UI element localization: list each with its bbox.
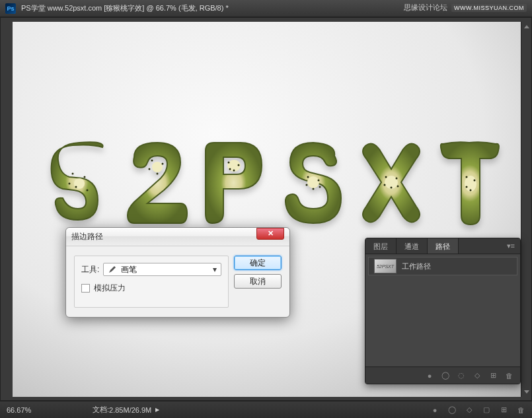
watermark: 思缘设计论坛 WWW.MISSYUAN.COM [404, 3, 527, 13]
svg-point-12 [228, 162, 230, 164]
path-item[interactable]: 52PSXT 工作路径 [368, 257, 517, 275]
tab-paths[interactable]: 路径 [428, 238, 459, 254]
svg-point-31 [470, 190, 472, 192]
panel-tabs: 图层 通道 路径 ▾≡ [365, 238, 520, 254]
tool-label: 工具: [81, 264, 99, 275]
svg-point-17 [307, 176, 309, 178]
svg-point-5 [69, 183, 71, 185]
svg-point-8 [162, 163, 164, 165]
status-bar: 66.67% 文档: 2.85M/26.9M ▶ ● ◯ ◇ ▢ ⊞ 🗑 [0, 401, 532, 418]
kiwi-letter-X [358, 137, 425, 230]
new-icon[interactable]: ⊞ [499, 405, 508, 415]
tool-value: 画笔 [121, 264, 137, 275]
dialog-titlebar[interactable]: 描边路径 ✕ [66, 228, 289, 246]
svg-point-20 [306, 184, 308, 186]
svg-point-16 [307, 176, 319, 188]
svg-point-7 [151, 160, 153, 162]
path-thumbnail: 52PSXT [374, 259, 397, 273]
sel-to-path-icon[interactable]: ◇ [473, 371, 482, 380]
kiwi-text-art [46, 137, 503, 230]
svg-point-4 [87, 190, 89, 192]
svg-point-23 [385, 176, 387, 178]
svg-point-9 [157, 173, 159, 175]
svg-point-18 [318, 180, 320, 182]
kiwi-letter-P [202, 137, 269, 230]
svg-point-3 [75, 186, 77, 188]
kiwi-letter-5 [46, 137, 113, 230]
stroke-path-icon[interactable]: ◯ [441, 371, 450, 380]
paths-panel: 图层 通道 路径 ▾≡ 52PSXT 工作路径 ● ◯ ◌ ◇ ⊞ 🗑 [365, 238, 521, 384]
svg-point-24 [396, 178, 398, 180]
ok-button[interactable]: 确定 [234, 256, 282, 270]
svg-point-19 [313, 188, 315, 190]
svg-point-25 [391, 187, 393, 189]
dialog-close-button[interactable]: ✕ [256, 228, 284, 240]
svg-point-21 [319, 186, 321, 188]
path-item-label: 工作路径 [402, 261, 431, 271]
ring-icon[interactable]: ◯ [447, 405, 457, 415]
app-titlebar: Ps PS学堂 www.52psxt.com [猕猴桃字效] @ 66.7% (… [0, 0, 532, 17]
fill-circle-icon[interactable]: ● [430, 405, 439, 415]
brush-icon [108, 265, 117, 274]
simulate-pressure-label: 模拟压力 [94, 283, 126, 294]
svg-point-13 [238, 164, 240, 166]
svg-point-15 [229, 168, 231, 170]
document-title: PS学堂 www.52psxt.com [猕猴桃字效] @ 66.7% (毛发,… [21, 3, 229, 13]
svg-point-1 [72, 173, 74, 175]
svg-point-29 [466, 176, 468, 178]
delete-path-icon[interactable]: 🗑 [504, 371, 513, 380]
vertical-scrollbar[interactable] [521, 22, 531, 397]
square-icon[interactable]: ▢ [482, 405, 491, 415]
path-to-sel-icon[interactable]: ◌ [457, 371, 466, 380]
doc-info-arrow-icon[interactable]: ▶ [155, 407, 159, 413]
panel-footer: ● ◯ ◌ ◇ ⊞ 🗑 [365, 366, 520, 384]
stroke-path-dialog: 描边路径 ✕ 工具: 画笔 模拟压力 确定 取消 [65, 227, 290, 318]
svg-point-32 [466, 186, 468, 188]
zoom-level[interactable]: 66.67% [7, 406, 66, 414]
svg-point-26 [384, 184, 386, 186]
status-icons: ● ◯ ◇ ▢ ⊞ 🗑 [430, 405, 525, 415]
svg-point-28 [465, 176, 476, 192]
svg-point-6 [152, 162, 163, 172]
tab-channels[interactable]: 通道 [397, 238, 428, 254]
dialog-title: 描边路径 [71, 231, 103, 242]
sel-to-path-icon[interactable]: ◇ [465, 405, 474, 415]
svg-point-14 [233, 170, 235, 172]
fill-path-icon[interactable]: ● [425, 371, 434, 380]
kiwi-letter-T [436, 137, 503, 230]
doc-size-value: 2.85M/26.9M [109, 406, 151, 414]
svg-point-2 [84, 176, 86, 178]
new-path-icon[interactable]: ⊞ [488, 371, 498, 380]
svg-point-10 [149, 168, 151, 170]
photoshop-icon: Ps [5, 3, 16, 14]
tab-layers[interactable]: 图层 [365, 238, 397, 254]
simulate-pressure-checkbox[interactable] [81, 284, 90, 293]
panel-body[interactable]: 52PSXT 工作路径 [365, 254, 520, 366]
watermark-badge: WWW.MISSYUAN.COM [451, 4, 527, 12]
tool-dropdown[interactable]: 画笔 [103, 263, 221, 276]
panel-menu-icon[interactable]: ▾≡ [502, 238, 520, 254]
doc-size-label: 文档: [93, 405, 109, 415]
kiwi-letter-2 [124, 137, 191, 230]
trash-icon[interactable]: 🗑 [516, 405, 525, 415]
svg-point-30 [474, 180, 476, 182]
cancel-button[interactable]: 取消 [234, 274, 282, 289]
svg-point-27 [397, 186, 399, 188]
kiwi-letter-S [280, 137, 347, 230]
watermark-text: 思缘设计论坛 [404, 3, 447, 13]
